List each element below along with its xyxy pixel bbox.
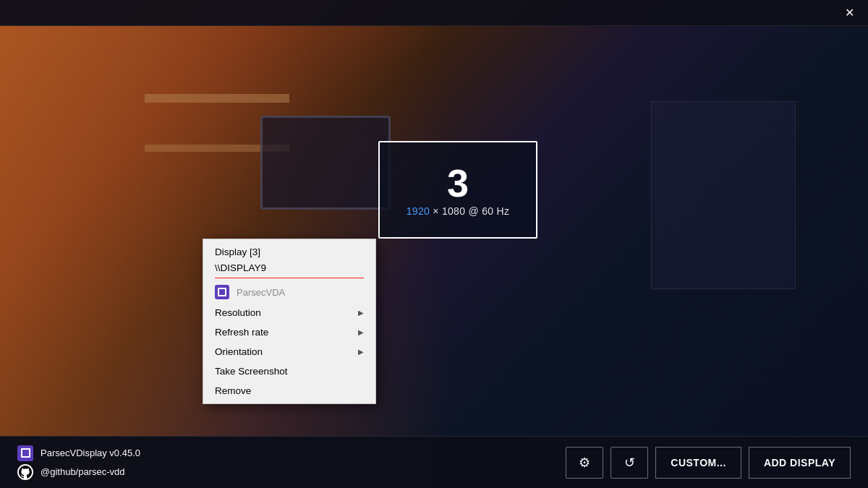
resolution-highlight: 1920 bbox=[407, 205, 430, 217]
resolution-rest: × 1080 @ 60 Hz bbox=[430, 205, 509, 217]
github-icon bbox=[17, 464, 33, 480]
display-number: 3 bbox=[447, 163, 469, 202]
refresh-button[interactable]: ↺ bbox=[610, 447, 648, 479]
menu-item-label: Resolution bbox=[215, 307, 261, 318]
bottom-actions: ⚙ ↺ CUSTOM... ADD DISPLAY bbox=[566, 447, 851, 479]
menu-icon-item: ParsecVDA bbox=[203, 281, 375, 303]
github-row: @github/parsec-vdd bbox=[17, 464, 140, 480]
monitor-decoration bbox=[260, 116, 391, 210]
bookshelf-decoration bbox=[651, 101, 796, 289]
app-name-row: ParsecVDisplay v0.45.0 bbox=[17, 445, 140, 461]
menu-item-label: Take Screenshot bbox=[215, 366, 288, 377]
menu-item-refresh-rate[interactable]: Refresh rate ▶ bbox=[203, 322, 375, 342]
app-icon bbox=[17, 445, 33, 461]
menu-item-orientation[interactable]: Orientation ▶ bbox=[203, 342, 375, 361]
title-bar: ✕ bbox=[0, 0, 868, 26]
menu-subheader: \\DISPLAY9 bbox=[203, 260, 375, 276]
app-name-label: ParsecVDisplay v0.45.0 bbox=[41, 448, 140, 458]
close-icon: ✕ bbox=[845, 6, 854, 20]
menu-item-remove[interactable]: Remove bbox=[203, 381, 375, 401]
menu-item-resolution[interactable]: Resolution ▶ bbox=[203, 303, 375, 322]
menu-item-take-screenshot[interactable]: Take Screenshot bbox=[203, 361, 375, 381]
bottom-bar: ParsecVDisplay v0.45.0 @github/parsec-vd… bbox=[0, 436, 868, 488]
chevron-right-icon: ▶ bbox=[358, 348, 364, 356]
settings-icon: ⚙ bbox=[579, 455, 590, 471]
menu-divider bbox=[215, 278, 364, 278]
parsec-icon bbox=[215, 285, 229, 299]
display-resolution: 1920 × 1080 @ 60 Hz bbox=[407, 205, 510, 217]
menu-item-label: Remove bbox=[215, 385, 251, 396]
context-menu: Display [3] \\DISPLAY9 ParsecVDA Resolut… bbox=[203, 239, 376, 404]
close-button[interactable]: ✕ bbox=[839, 3, 859, 23]
chevron-right-icon: ▶ bbox=[358, 328, 364, 336]
github-link-label[interactable]: @github/parsec-vdd bbox=[41, 466, 125, 477]
add-display-button[interactable]: ADD DISPLAY bbox=[749, 447, 851, 479]
chevron-right-icon: ▶ bbox=[358, 309, 364, 317]
shelf-decoration bbox=[145, 94, 289, 103]
menu-item-label: Refresh rate bbox=[215, 327, 268, 338]
menu-icon-label: ParsecVDA bbox=[237, 287, 285, 298]
refresh-icon: ↺ bbox=[624, 455, 635, 471]
app-info: ParsecVDisplay v0.45.0 @github/parsec-vd… bbox=[17, 445, 140, 480]
app-icon-inner bbox=[21, 448, 30, 458]
menu-item-label: Orientation bbox=[215, 346, 263, 357]
display-card: 3 1920 × 1080 @ 60 Hz bbox=[378, 141, 537, 239]
settings-button[interactable]: ⚙ bbox=[566, 447, 603, 479]
custom-button[interactable]: CUSTOM... bbox=[655, 447, 741, 479]
menu-header: Display [3] bbox=[203, 242, 375, 260]
parsec-icon-inner bbox=[218, 288, 226, 296]
